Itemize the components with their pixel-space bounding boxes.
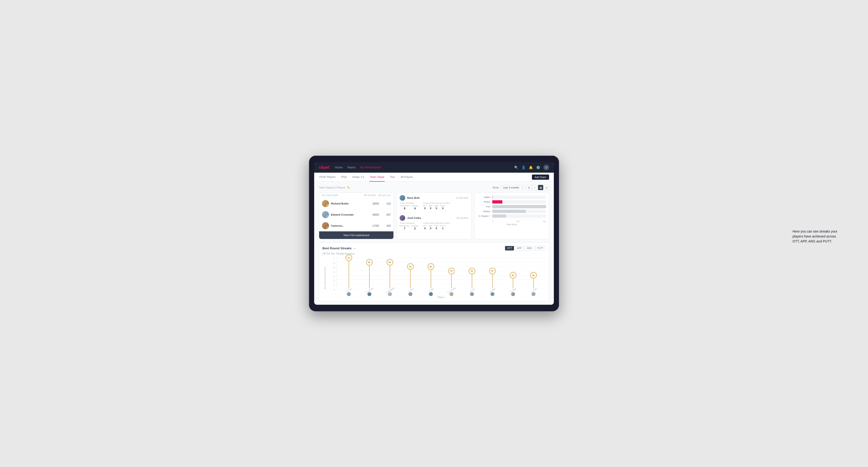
subnav-team-clippd[interactable]: Team Clippd	[369, 173, 385, 182]
avatar	[400, 195, 405, 201]
bar-row: Bogeys 311	[477, 210, 546, 213]
detail-view-btn[interactable]: ⊟	[544, 185, 549, 190]
nav-teams[interactable]: Teams	[347, 166, 355, 169]
bar-track: 131	[492, 214, 546, 218]
streak-filter-arg[interactable]: ARG	[525, 246, 534, 250]
rounds-label: Total Rounds	[400, 222, 418, 224]
player-name-label: R. Butler	[510, 288, 517, 292]
arg-stat: ARG 0	[434, 205, 438, 210]
arg-value: 0	[436, 207, 437, 210]
player-card: Josh Coles 26 Aug 2023 Total Rounds Tour…	[397, 213, 471, 233]
table-row[interactable]: 3 Cameron... 17/20 103	[319, 220, 394, 231]
putt-value: 1	[442, 227, 443, 230]
x-tick-0: 0	[492, 220, 493, 222]
grid-view-btn[interactable]: ⊞	[526, 185, 531, 190]
chart-col: 5x	[421, 258, 441, 288]
rank-badge-silver: 2	[326, 215, 329, 218]
streak-bubble: 3x	[530, 272, 537, 279]
nav-home[interactable]: Home	[335, 166, 342, 169]
chart-view-btn[interactable]: ▦	[538, 185, 543, 190]
stats-row: Total Rounds Tournament 8 Practice 4	[400, 202, 468, 210]
subnav-hcaps[interactable]: Hcaps 1-5	[352, 173, 365, 182]
streaks-subtitle: Off The Tee, Fairway Accuracy	[322, 252, 546, 255]
practice-activities-label: Total Practice Activities	[423, 202, 450, 204]
bar-row: Birdies 96	[477, 200, 546, 204]
chart-col: 3x	[523, 258, 544, 288]
bar-label: Pars	[477, 206, 490, 208]
y-axis-label-container: Best Streak, Fairway Accuracy	[322, 258, 327, 298]
avatar: 1	[322, 200, 329, 207]
streak-filter-app[interactable]: APP	[515, 246, 524, 250]
view-leaderboard-button[interactable]: View Full Leaderboard	[319, 231, 394, 239]
chart-y-axis: 76543210	[327, 258, 337, 298]
practice-value: 2	[414, 227, 416, 230]
bar-fill	[492, 195, 493, 199]
streak-filter-ott[interactable]: OTT	[505, 246, 514, 250]
ott-value: 0	[424, 227, 426, 230]
add-team-button[interactable]: Add Team	[532, 175, 549, 180]
chart-col: 6x	[359, 258, 379, 288]
view-toggle: ⊞ ≡ ▦ ⊟	[526, 185, 549, 190]
time-period-select[interactable]: Last 3 months	[501, 185, 524, 190]
subnav-all-players[interactable]: All Players	[400, 173, 413, 182]
avatar[interactable]: U	[544, 165, 549, 170]
ott-value: 0	[424, 207, 426, 210]
y-axis-tick: 0	[334, 289, 335, 291]
table-row[interactable]: 1 Richard Butler 19/20 110	[319, 198, 394, 209]
player-thumb	[511, 292, 515, 296]
pb-score: 17/20	[369, 224, 379, 227]
users-icon[interactable]: 👤	[522, 165, 526, 169]
subnav-tour[interactable]: Tour	[390, 173, 395, 182]
bar-row: Eagles 3	[477, 195, 546, 199]
list-view-btn[interactable]: ≡	[532, 185, 537, 190]
bar-fill	[492, 214, 506, 218]
main-content: Team Clippd | 14 Players ✏️ Show Last 3 …	[314, 182, 554, 305]
streak-bubble: 5x	[428, 263, 434, 270]
streak-chart: Best Streak, Fairway Accuracy 76543210	[322, 258, 546, 298]
subnav-pga[interactable]: PGA	[341, 173, 347, 182]
arg-stat: ARG 0	[434, 225, 438, 230]
edit-icon[interactable]: ✏️	[347, 186, 350, 189]
y-axis-label: Best Streak, Fairway Accuracy	[324, 267, 326, 289]
nav-right: 🔍 👤 🔔 ⚙️ U	[514, 165, 549, 170]
ott-stat: OTT 0	[423, 205, 427, 210]
chart-plot-area: 7x 6x 6x 5x 5x 4x 4x	[337, 258, 546, 298]
ott-stat: OTT 0	[423, 225, 427, 230]
rounds-sub-row: Tournament 7 Practice 2	[400, 225, 418, 230]
streak-bubble: 4x	[448, 268, 455, 274]
chart-bottom-col: M. Miller	[482, 288, 503, 298]
putt-stat: PUTT 1	[440, 225, 445, 230]
chart-bottom-col: C. Quick	[523, 288, 544, 298]
nav-my-performance[interactable]: My Performance	[360, 166, 381, 169]
player-info: 1 Richard Butler	[322, 200, 367, 207]
y-axis-tick: 5	[334, 267, 335, 269]
player-name: Richard Butler	[331, 202, 349, 205]
app-logo: clippd	[319, 165, 329, 169]
chart-bottom-col: R. Butler	[503, 288, 523, 298]
putt-value: 0	[442, 207, 443, 210]
show-label: Show	[492, 186, 499, 189]
bell-icon[interactable]: 🔔	[529, 165, 533, 169]
player-card-header: Josh Coles 26 Aug 2023	[400, 215, 468, 221]
stats-row: Total Rounds Tournament 7 Practice 2	[400, 222, 468, 230]
player-card-date: 02 Sep 2023	[456, 197, 468, 199]
avatar: 2	[322, 211, 329, 218]
pb-score: 18/20	[369, 213, 379, 216]
streak-filter-putt[interactable]: PUTT	[535, 246, 546, 250]
bar-fill	[492, 200, 503, 204]
y-axis-tick: 7	[334, 258, 335, 260]
chart-col: 6x	[379, 258, 400, 288]
practice-activities-group: Total Practice Activities OTT 0 APP 0	[423, 222, 450, 230]
tournament-stat: Tournament 8	[400, 205, 409, 210]
streak-bubble: 5x	[407, 263, 414, 270]
search-icon[interactable]: 🔍	[514, 165, 518, 169]
player-thumb	[347, 292, 351, 296]
team-header: Team Clippd | 14 Players ✏️ Show Last 3 …	[319, 185, 549, 190]
bar-fill	[492, 210, 526, 213]
subnav-pgat[interactable]: PGAT Players	[319, 173, 336, 182]
bar-track: 311	[492, 210, 546, 213]
settings-icon[interactable]: ⚙️	[536, 165, 540, 169]
chart-bottom-col: D. Ford	[462, 288, 482, 298]
table-row[interactable]: 2 Edward Crossman 18/20 107	[319, 209, 394, 220]
bar-label: D. Bogeys +	[477, 215, 490, 217]
